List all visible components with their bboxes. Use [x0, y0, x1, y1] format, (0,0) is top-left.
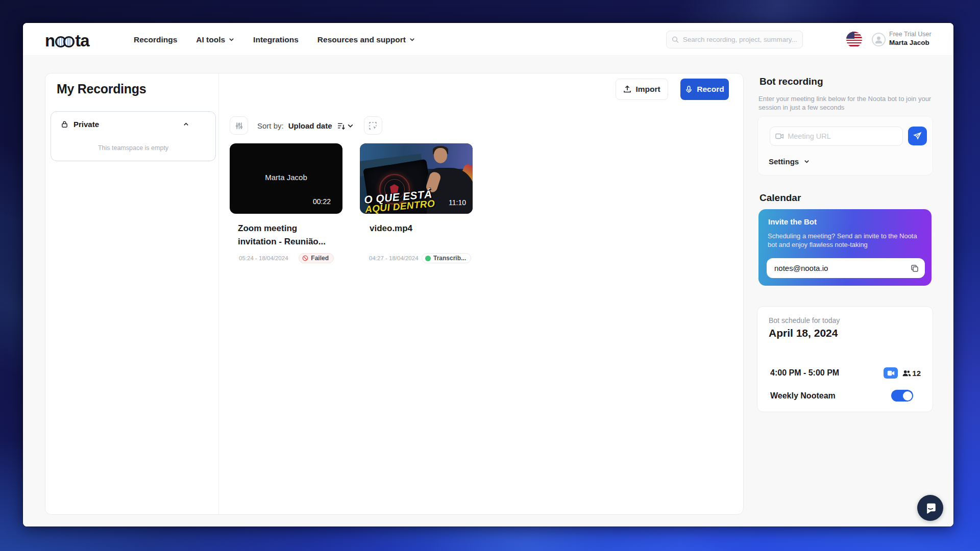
schedule-label: Bot schedule for today [769, 316, 840, 324]
search-icon [672, 36, 679, 43]
event-name-row: Weekly Nooteam [770, 390, 913, 402]
chat-bubble-icon [923, 500, 938, 516]
video-camera-icon [775, 133, 783, 140]
send-bot-button[interactable] [908, 127, 927, 145]
recording-footer: 04:27 - 18/04/2024 Transcrib... [369, 253, 471, 263]
nav-item-integrations[interactable]: Integrations [253, 35, 299, 44]
upload-icon [623, 85, 631, 93]
chevron-down-icon [347, 122, 354, 129]
invite-bot-title: Invite the Bot [768, 217, 817, 226]
private-teamspace-panel[interactable]: Private This teamspace is empty [51, 111, 216, 161]
calendar-title: Calendar [760, 192, 801, 204]
record-button[interactable]: Record [680, 79, 729, 100]
column-divider [218, 73, 219, 514]
video-camera-icon [887, 370, 895, 376]
recording-thumbnail[interactable]: O QUE ESTÁ AQUI DENTRO 11:10 [360, 143, 473, 214]
nav-item-ai-tools[interactable]: AI tools [196, 35, 234, 44]
duration-label: 11:10 [449, 198, 466, 207]
bot-recording-title: Bot recording [760, 76, 823, 87]
bot-email-input[interactable] [774, 264, 911, 272]
copy-email-button[interactable] [911, 264, 919, 272]
page-title: My Recordings [57, 82, 146, 96]
sort-value[interactable]: Upload date [288, 121, 332, 130]
event-time-row: 4:00 PM - 5:00 PM 12 [770, 367, 921, 379]
sort-descending-icon [337, 121, 346, 130]
search-bar[interactable] [666, 31, 803, 48]
attendee-count: 12 [902, 369, 921, 378]
noota-logo[interactable]: n ta [45, 31, 89, 51]
import-button[interactable]: Import [616, 79, 668, 100]
lock-icon [61, 120, 68, 128]
recording-title[interactable]: Zoom meeting invitation - Reunião... [238, 222, 336, 248]
recording-title[interactable]: video.mp4 [370, 222, 468, 235]
status-badge-transcribing: Transcrib... [422, 253, 471, 263]
logo-text-pre: n [45, 31, 55, 51]
status-badge-failed: Failed [299, 253, 334, 263]
desktop-background: n ta Recordings AI tools Integrations Re… [0, 0, 980, 551]
event-time: 4:00 PM - 5:00 PM [770, 368, 884, 378]
invite-bot-description: Scheduling a meeting? Send an invite to … [768, 232, 918, 249]
bot-settings-toggle[interactable]: Settings [769, 157, 810, 166]
chevron-down-icon [804, 159, 810, 164]
search-input[interactable] [683, 36, 797, 43]
people-icon [902, 369, 911, 377]
copy-icon [911, 264, 919, 272]
bot-join-toggle[interactable] [891, 390, 913, 402]
chevron-up-icon[interactable] [183, 121, 189, 127]
user-info[interactable]: Free Trial User Marta Jacob [889, 30, 932, 47]
bot-schedule-card: Bot schedule for today April 18, 2024 4:… [757, 306, 933, 412]
chevron-down-icon [229, 37, 234, 42]
recordings-toolbar: Sort by: Upload date [230, 116, 382, 135]
schedule-date: April 18, 2024 [769, 327, 838, 339]
meeting-url-field[interactable] [770, 127, 903, 146]
recording-footer: 05:24 - 18/04/2024 Failed [239, 253, 334, 263]
user-plan: Free Trial User [889, 30, 932, 38]
recording-thumbnail[interactable]: Marta Jacob 00:22 [230, 143, 342, 214]
thumbnail-speaker-name: Marta Jacob [230, 173, 342, 182]
chevron-down-icon [409, 37, 415, 42]
video-meeting-chip[interactable] [884, 367, 898, 379]
event-name: Weekly Nooteam [770, 391, 891, 400]
transcribing-icon [425, 256, 431, 261]
meeting-url-input[interactable] [788, 132, 897, 140]
select-mode-button[interactable] [364, 116, 382, 135]
teamspace-empty-text: This teamspace is empty [51, 144, 215, 152]
app-window: n ta Recordings AI tools Integrations Re… [23, 23, 953, 527]
user-name: Marta Jacob [889, 38, 932, 47]
sort-by-label: Sort by: [257, 121, 284, 130]
sort-direction-control[interactable] [337, 121, 354, 130]
send-icon [913, 132, 922, 140]
bot-email-field[interactable] [767, 258, 925, 278]
recording-meta: 05:24 - 18/04/2024 [239, 255, 299, 261]
nav-item-recordings[interactable]: Recordings [134, 35, 177, 44]
avatar[interactable] [872, 33, 886, 46]
duration-label: 00:22 [313, 197, 331, 206]
filter-button[interactable] [230, 116, 248, 135]
invite-bot-card: Invite the Bot Scheduling a meeting? Sen… [758, 209, 932, 286]
teamspace-title: Private [74, 120, 178, 129]
content-area: My Recordings Import Record Private [23, 57, 953, 527]
language-flag-icon[interactable] [846, 32, 862, 47]
recording-meta: 04:27 - 18/04/2024 [369, 255, 422, 261]
filter-sliders-icon [235, 121, 243, 130]
top-navbar: n ta Recordings AI tools Integrations Re… [23, 23, 953, 56]
ban-icon [302, 255, 308, 261]
recordings-panel: My Recordings Import Record Private [45, 73, 744, 515]
logo-oo-icon [55, 36, 75, 47]
logo-text-post: ta [75, 31, 89, 51]
user-icon [874, 35, 883, 44]
nav-item-resources[interactable]: Resources and support [317, 35, 415, 44]
nav-links: Recordings AI tools Integrations Resourc… [134, 23, 415, 56]
bot-recording-description: Enter your meeting link below for the No… [758, 94, 938, 112]
microphone-icon [685, 86, 693, 93]
bot-recording-panel: Settings [757, 116, 933, 176]
chat-widget-button[interactable] [917, 495, 943, 521]
selection-marquee-icon [369, 121, 377, 130]
